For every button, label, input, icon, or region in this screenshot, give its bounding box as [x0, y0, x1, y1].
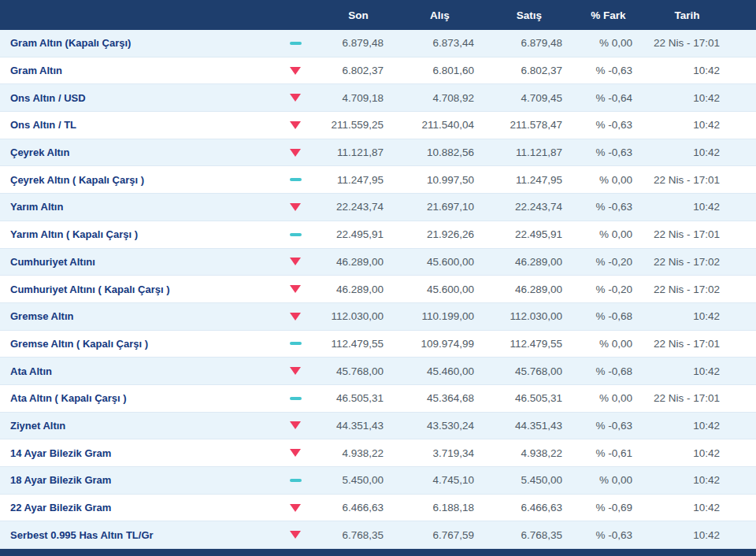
- trend-down-icon: [290, 449, 301, 457]
- son-value: 11.121,87: [311, 139, 384, 166]
- table-header-row: Son Alış Satış % Fark Tarih: [0, 0, 756, 30]
- table-row[interactable]: 14 Ayar Bilezik Gram 4.938,22 3.719,34 4…: [0, 439, 756, 467]
- instrument-name[interactable]: Ons Altın / TL: [10, 112, 280, 139]
- instrument-name[interactable]: Ata Altın: [10, 358, 280, 384]
- instrument-name[interactable]: Çeyrek Altın: [10, 139, 280, 166]
- tarih-value: 10:42: [632, 521, 720, 548]
- trend-flat-icon: [290, 178, 302, 181]
- alis-value: 10.997,50: [384, 166, 474, 193]
- table-row[interactable]: Yarım Altın 22.243,74 21.697,10 22.243,7…: [0, 194, 756, 221]
- table-row[interactable]: Gremse Altın 112.030,00 110.199,00 112.0…: [0, 303, 756, 331]
- instrument-name[interactable]: Gram Altın: [10, 57, 280, 84]
- trend-cell: [280, 358, 311, 384]
- table-row[interactable]: Ons Altın / USD 4.709,18 4.708,92 4.709,…: [0, 84, 756, 112]
- table-row[interactable]: Çeyrek Altın 11.121,87 10.882,56 11.121,…: [0, 139, 756, 167]
- instrument-name[interactable]: Ons Altın / USD: [10, 84, 280, 111]
- alis-value: 43.530,24: [384, 413, 474, 439]
- instrument-name[interactable]: Çeyrek Altın ( Kapalı Çarşı ): [10, 166, 280, 193]
- son-value: 6.466,63: [311, 495, 384, 521]
- satis-value: 46.289,00: [474, 276, 562, 302]
- trend-flat-icon: [290, 479, 302, 482]
- column-header-fark: % Fark: [562, 0, 632, 30]
- satis-value: 44.351,43: [474, 413, 562, 439]
- trend-down-icon: [290, 367, 301, 375]
- trend-cell: [280, 303, 311, 330]
- trend-cell: [280, 139, 311, 166]
- tarih-value: 10:42: [632, 84, 720, 111]
- alis-value: 6.188,18: [384, 495, 474, 521]
- instrument-name[interactable]: 22 Ayar Bilezik Gram: [10, 495, 280, 521]
- tarih-value: 10:42: [632, 139, 720, 166]
- table-row[interactable]: Gram Altın (Kapalı Çarşı) 6.879,48 6.873…: [0, 30, 756, 57]
- fark-value: % -0,69: [562, 495, 632, 521]
- son-value: 46.505,31: [311, 385, 384, 412]
- footer-bar: [0, 549, 756, 556]
- trend-cell: [280, 495, 311, 521]
- tarih-value: 10:42: [632, 439, 720, 466]
- instrument-name[interactable]: Yarım Altın ( Kapalı Çarşı ): [10, 221, 280, 248]
- satis-value: 6.802,37: [474, 57, 562, 84]
- table-row[interactable]: Yarım Altın ( Kapalı Çarşı ) 22.495,91 2…: [0, 221, 756, 249]
- satis-value: 4.938,22: [474, 439, 562, 466]
- trend-cell: [280, 57, 311, 84]
- tarih-value: 10:42: [632, 303, 720, 330]
- alis-value: 45.600,00: [384, 249, 474, 276]
- instrument-name[interactable]: Gremse Altın: [10, 303, 280, 330]
- alis-value: 6.801,60: [384, 57, 474, 84]
- trend-cell: [280, 221, 311, 248]
- table-row[interactable]: Ziynet Altın 44.351,43 43.530,24 44.351,…: [0, 413, 756, 440]
- instrument-name[interactable]: 14 Ayar Bilezik Gram: [10, 439, 280, 466]
- son-value: 4.709,18: [311, 84, 384, 111]
- trend-flat-icon: [290, 342, 302, 345]
- instrument-name[interactable]: Ziynet Altın: [10, 413, 280, 439]
- instrument-name[interactable]: Serbest 0.995 Has Altın TL/Gr: [10, 521, 280, 548]
- satis-value: 11.121,87: [474, 139, 562, 166]
- table-row[interactable]: 22 Ayar Bilezik Gram 6.466,63 6.188,18 6…: [0, 495, 756, 522]
- table-row[interactable]: 18 Ayar Bilezik Gram 5.450,00 4.745,10 5…: [0, 467, 756, 495]
- table-row[interactable]: Ata Altın ( Kapalı Çarşı ) 46.505,31 45.…: [0, 385, 756, 413]
- instrument-name[interactable]: Cumhuriyet Altını ( Kapalı Çarşı ): [10, 276, 280, 302]
- column-header-son: Son: [311, 0, 384, 30]
- fark-value: % -0,64: [562, 84, 632, 111]
- son-value: 45.768,00: [311, 358, 384, 384]
- table-row[interactable]: Cumhuriyet Altını ( Kapalı Çarşı ) 46.28…: [0, 276, 756, 303]
- trend-down-icon: [290, 67, 301, 75]
- instrument-name[interactable]: Yarım Altın: [10, 194, 280, 221]
- table-row[interactable]: Gram Altın 6.802,37 6.801,60 6.802,37 % …: [0, 57, 756, 85]
- instrument-name[interactable]: 18 Ayar Bilezik Gram: [10, 467, 280, 494]
- satis-value: 211.578,47: [474, 112, 562, 139]
- satis-value: 6.466,63: [474, 495, 562, 521]
- fark-value: % 0,00: [562, 467, 632, 494]
- alis-value: 45.460,00: [384, 358, 474, 384]
- son-value: 22.243,74: [311, 194, 384, 221]
- column-header-tarih: Tarih: [632, 0, 720, 30]
- trend-flat-icon: [290, 397, 302, 400]
- fark-value: % -0,68: [562, 303, 632, 330]
- son-value: 44.351,43: [311, 413, 384, 439]
- trend-cell: [280, 194, 311, 221]
- satis-value: 11.247,95: [474, 166, 562, 193]
- fark-value: % -0,68: [562, 358, 632, 384]
- trend-cell: [280, 521, 311, 548]
- instrument-name[interactable]: Cumhuriyet Altını: [10, 249, 280, 276]
- fark-value: % 0,00: [562, 385, 632, 412]
- instrument-name[interactable]: Ata Altın ( Kapalı Çarşı ): [10, 385, 280, 412]
- table-row[interactable]: Gremse Altın ( Kapalı Çarşı ) 112.479,55…: [0, 331, 756, 358]
- tarih-value: 10:42: [632, 413, 720, 439]
- table-row[interactable]: Cumhuriyet Altını 46.289,00 45.600,00 46…: [0, 249, 756, 276]
- table-row[interactable]: Ata Altın 45.768,00 45.460,00 45.768,00 …: [0, 358, 756, 385]
- instrument-name[interactable]: Gram Altın (Kapalı Çarşı): [10, 30, 280, 57]
- instrument-name[interactable]: Gremse Altın ( Kapalı Çarşı ): [10, 331, 280, 358]
- table-row[interactable]: Ons Altın / TL 211.559,25 211.540,04 211…: [0, 112, 756, 139]
- table-row[interactable]: Çeyrek Altın ( Kapalı Çarşı ) 11.247,95 …: [0, 166, 756, 194]
- trend-cell: [280, 249, 311, 276]
- fark-value: % -0,20: [562, 249, 632, 276]
- tarih-value: 10:42: [632, 467, 720, 494]
- table-row[interactable]: Serbest 0.995 Has Altın TL/Gr 6.768,35 6…: [0, 521, 756, 549]
- son-value: 46.289,00: [311, 276, 384, 302]
- son-value: 6.768,35: [311, 521, 384, 548]
- trend-cell: [280, 331, 311, 358]
- son-value: 6.879,48: [311, 30, 384, 57]
- trend-down-icon: [290, 258, 301, 265]
- trend-down-icon: [290, 121, 301, 129]
